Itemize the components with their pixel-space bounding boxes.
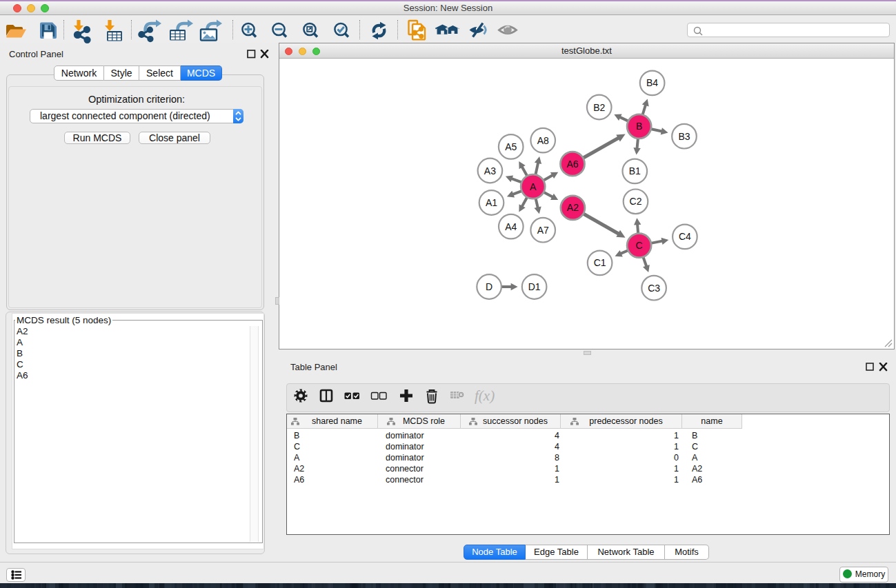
svg-text:C: C [636,240,643,251]
svg-text:A: A [530,181,537,192]
svg-text:D1: D1 [528,281,541,292]
svg-text:A2: A2 [567,202,579,213]
svg-text:C3: C3 [648,283,660,294]
svg-text:A4: A4 [505,221,517,232]
svg-text:A1: A1 [486,197,497,208]
svg-text:A3: A3 [484,165,496,176]
svg-text:C4: C4 [679,231,691,242]
svg-text:A5: A5 [505,141,517,152]
svg-text:B2: B2 [593,102,605,113]
svg-text:B1: B1 [629,165,641,176]
svg-text:f(x): f(x) [475,387,495,404]
svg-text:C2: C2 [630,196,642,207]
svg-text:D: D [486,281,492,292]
svg-text:B3: B3 [678,131,690,142]
svg-text:B: B [636,121,642,132]
svg-text:A7: A7 [537,225,549,236]
svg-text:C1: C1 [594,257,606,268]
svg-text:B4: B4 [646,77,658,88]
svg-text:A8: A8 [537,135,549,146]
svg-text:A6: A6 [566,159,578,170]
